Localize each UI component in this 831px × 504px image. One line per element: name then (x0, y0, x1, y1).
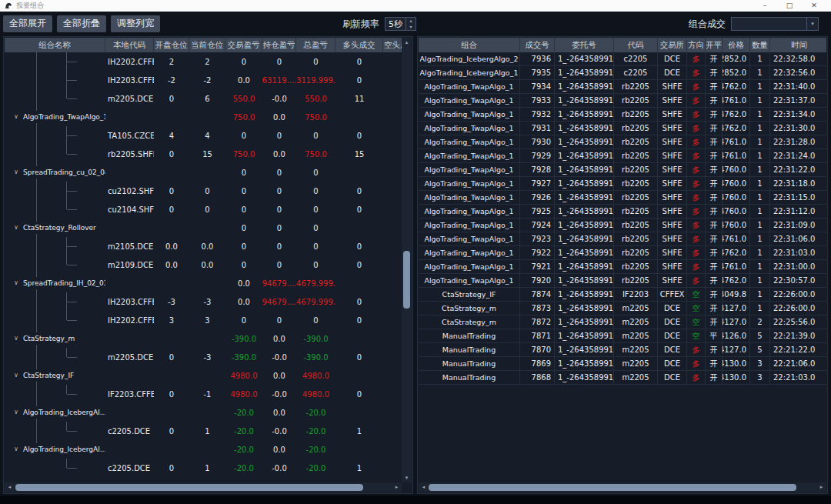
cell: 0 (335, 292, 383, 311)
trade-row[interactable]: AlgoTrading_TwapAlgo_179311_-264358991..… (419, 122, 826, 135)
trade-row[interactable]: AlgoTrading_TwapAlgo_179211_-264358991..… (419, 260, 826, 274)
portfolio-filter-combobox[interactable]: ▾ (731, 17, 819, 31)
scrollbar-thumb[interactable] (15, 484, 363, 491)
trade-row[interactable]: AlgoTrading_TwapAlgo_179281_-264358991..… (419, 163, 826, 177)
column-header[interactable]: 持仓盈亏 (262, 38, 296, 52)
trade-row[interactable]: AlgoTrading_TwapAlgo_179341_-264358991..… (419, 80, 826, 94)
tree-child-row[interactable]: IH2202.CFFEX330000 (5, 311, 402, 329)
trade-row[interactable]: AlgoTrading_TwapAlgo_179321_-264358991..… (419, 108, 826, 122)
column-header[interactable]: 总盈亏 (296, 38, 335, 52)
horizontal-scrollbar[interactable]: ◂ ▸ (419, 482, 826, 492)
tree-child-row[interactable]: m2105.DCE0.00.00000 (5, 237, 402, 255)
resize-columns-button[interactable]: 调整列宽 (111, 15, 160, 32)
column-header[interactable]: 交易盈亏 (225, 38, 262, 52)
trade-row[interactable]: AlgoTrading_TwapAlgo_179291_-264358991..… (419, 149, 826, 163)
column-header[interactable]: 交易所 (658, 38, 687, 52)
trade-row[interactable]: AlgoTrading_TwapAlgo_179251_-264358991..… (419, 205, 826, 219)
horizontal-scrollbar[interactable]: ◂ ▸ (5, 482, 402, 492)
tree-child-row[interactable]: IH2203.CFFEX-3-30.094679....94679.999...… (5, 292, 402, 311)
trade-row[interactable]: AlgoTrading_TwapAlgo_179331_-264358991..… (419, 94, 826, 108)
chevron-down-icon[interactable]: ∨ (11, 333, 22, 344)
trade-row[interactable]: CtaStrategy_m78731_-264358991_7m2205DCE空… (419, 302, 826, 315)
column-header[interactable]: 价格 (723, 38, 750, 52)
trade-row[interactable]: AlgoTrading_TwapAlgo_179241_-264358991..… (419, 219, 826, 232)
column-header[interactable]: 多头成交 (335, 38, 383, 52)
tree-group-row[interactable]: ∨AlgoTrading_TwapAlgo_1750.00.0750.0 (5, 108, 402, 126)
column-header[interactable]: 方向 (687, 38, 706, 52)
tree-child-row[interactable]: m2109.DCE0.00.00000 (5, 255, 402, 274)
tree-child-row[interactable]: IF2203.CFFEX0-14980.0-0.04980.00 (5, 385, 402, 403)
tree-child-row[interactable]: m2205.DCE06550.0-0.0550.011 (5, 89, 402, 108)
column-header[interactable]: 当前仓位 (189, 38, 225, 52)
minimize-icon[interactable]: – (753, 0, 777, 12)
cell: 1 (750, 177, 770, 190)
tree-child-row[interactable]: c2205.DCE01-20.0-0.0-20.01 (5, 459, 402, 477)
trade-row[interactable]: AlgoTrading_IcebergAlgo_179351_-26435899… (419, 66, 826, 80)
trade-row[interactable]: ManualTrading78701_-264358991_3m2205DCE多… (419, 343, 826, 357)
trade-row[interactable]: AlgoTrading_TwapAlgo_179221_-264358991..… (419, 246, 826, 260)
spin-down-icon[interactable]: ▾ (406, 24, 416, 30)
tree-group-row[interactable]: ∨CtaStrategy_IF4980.00.04980.0 (5, 366, 402, 385)
expand-all-button[interactable]: 全部展开 (3, 15, 52, 32)
tree-child-row[interactable]: IH2202.CFFEX220000 (5, 52, 402, 71)
column-header[interactable]: 时间 (770, 38, 826, 52)
tree-child-row[interactable]: cu2104.SHFE000000 (5, 200, 402, 219)
close-icon[interactable]: ✕ (802, 0, 826, 12)
tree-group-row[interactable]: ∨CtaStrategy_Rollover000 (5, 219, 402, 237)
spin-up-icon[interactable]: ▴ (406, 18, 416, 24)
scroll-right-icon[interactable]: ▸ (816, 482, 826, 492)
chevron-down-icon[interactable]: ∨ (11, 370, 22, 381)
column-header[interactable]: 成交号 (520, 38, 555, 52)
tree-child-row[interactable]: m2205.DCE0-3-390.0-0.0-390.00 (5, 348, 402, 366)
trade-row[interactable]: CtaStrategy_m78721_-264358991_6m2205DCE空… (419, 315, 826, 329)
refresh-frequency-value[interactable]: 5秒 (385, 18, 405, 30)
chevron-down-icon[interactable]: ∨ (11, 167, 22, 178)
chevron-down-icon[interactable]: ∨ (11, 407, 22, 418)
column-header[interactable]: 本地代码 (105, 38, 154, 52)
column-header[interactable]: 开盘仓位 (154, 38, 189, 52)
column-header[interactable]: 数量 (750, 38, 770, 52)
scroll-left-icon[interactable]: ◂ (419, 482, 429, 492)
scrollbar-thumb[interactable] (429, 484, 796, 491)
column-header[interactable]: 组合名称 (5, 38, 105, 52)
tree-child-row[interactable]: TA105.CZCE440000 (5, 126, 402, 145)
column-header[interactable]: 委托号 (555, 38, 614, 52)
trade-row[interactable]: AlgoTrading_TwapAlgo_179231_-264358991..… (419, 232, 826, 246)
chevron-down-icon[interactable]: ∨ (11, 222, 22, 233)
scroll-left-icon[interactable]: ◂ (5, 482, 15, 492)
tree-group-row[interactable]: ∨AlgoTrading_IcebergAl...-20.00.0-20.0 (5, 440, 402, 459)
tree-child-row[interactable]: rb2205.SHFE015750.00.0750.015 (5, 145, 402, 163)
trade-row[interactable]: ManualTrading78681_-264358991_1m2205DCE多… (419, 371, 826, 385)
trade-row[interactable]: AlgoTrading_TwapAlgo_179261_-264358991..… (419, 191, 826, 205)
refresh-frequency-spinner[interactable]: 5秒 ▴ ▾ (385, 17, 416, 31)
trade-row[interactable]: ManualTrading78691_-264358991_2m2205DCE多… (419, 357, 826, 371)
scroll-up-icon[interactable]: ▴ (402, 38, 412, 47)
trade-row[interactable]: AlgoTrading_TwapAlgo_179271_-264358991..… (419, 177, 826, 191)
column-header[interactable]: 开平 (706, 38, 723, 52)
trade-row[interactable]: AlgoTrading_TwapAlgo_179201_-264358991_9… (419, 274, 826, 288)
trade-row[interactable]: ManualTrading78711_-264358991_5m2205DCE空… (419, 329, 826, 343)
tree-group-row[interactable]: ∨CtaStrategy_m-390.00.0-390.0 (5, 329, 402, 348)
tree-child-row[interactable]: c2205.DCE01-20.0-0.0-20.01 (5, 422, 402, 440)
trade-row[interactable]: AlgoTrading_TwapAlgo_179301_-264358991..… (419, 135, 826, 149)
tree-group-row[interactable]: ∨SpreadTrading_cu_02_04000 (5, 163, 402, 182)
tree-child-row[interactable]: IH2203.CFFEX-2-20.063119....63119.999...… (5, 71, 402, 89)
column-header[interactable]: 空头成交 (383, 38, 402, 52)
chevron-down-icon[interactable]: ∨ (11, 278, 22, 289)
tree-child-row[interactable]: cu2102.SHFE000000 (5, 182, 402, 200)
chevron-down-icon[interactable]: ∨ (11, 112, 22, 122)
maximize-icon[interactable]: □ (777, 0, 802, 12)
collapse-all-button[interactable]: 全部折叠 (57, 15, 106, 32)
scroll-down-icon[interactable]: ▾ (402, 473, 412, 482)
trade-row[interactable]: CtaStrategy_IF78741_-264358991_8IF2203CF… (419, 288, 826, 302)
vertical-scrollbar[interactable]: ▴ ▾ (402, 38, 412, 482)
column-header[interactable]: 代码 (614, 38, 658, 52)
column-header[interactable]: 组合 (419, 38, 520, 52)
tree-group-row[interactable]: ∨AlgoTrading_IcebergAl...-20.00.0-20.0 (5, 403, 402, 422)
tree-group-row[interactable]: ∨SpreadTrading_IH_02_030.094679....94679… (5, 274, 402, 292)
chevron-down-icon[interactable]: ∨ (11, 444, 22, 455)
trade-row[interactable]: AlgoTrading_IcebergAlgo_279361_-26435899… (419, 52, 826, 66)
scroll-right-icon[interactable]: ▸ (392, 482, 402, 492)
chevron-down-icon[interactable]: ▾ (806, 18, 818, 30)
scrollbar-thumb[interactable] (403, 251, 410, 309)
